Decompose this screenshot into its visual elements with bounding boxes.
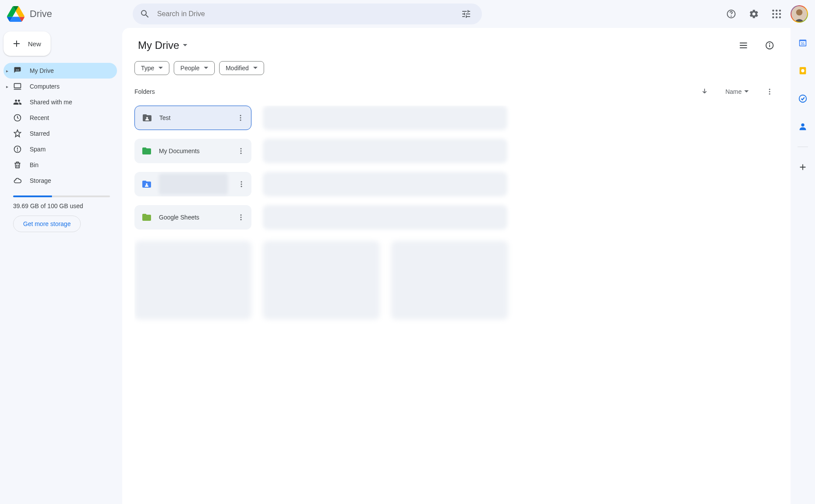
clock-icon: [13, 113, 22, 122]
rail-add-addon[interactable]: [795, 159, 811, 175]
folder-card[interactable]: Test: [134, 106, 251, 130]
search-bar[interactable]: [133, 3, 482, 24]
shared-icon: [13, 98, 22, 106]
folder-more-button[interactable]: [234, 210, 248, 224]
sidebar-item-spam[interactable]: Spam: [3, 141, 117, 157]
tasks-icon: [798, 94, 808, 103]
chevron-down-icon: [183, 44, 187, 48]
sidebar-label: My Drive: [30, 67, 54, 74]
svg-point-9: [776, 17, 777, 18]
svg-point-16: [770, 44, 770, 44]
star-icon: [13, 129, 22, 138]
svg-point-7: [779, 13, 781, 15]
more-options-button[interactable]: [761, 83, 778, 100]
filter-people[interactable]: People: [174, 61, 215, 75]
svg-point-27: [146, 183, 148, 185]
search-options-button[interactable]: [457, 5, 475, 23]
folder-icon: [141, 146, 152, 156]
svg-point-32: [241, 217, 242, 218]
chevron-down-icon: [204, 67, 208, 71]
help-icon: [726, 9, 736, 19]
storage-meter-fill: [13, 195, 52, 197]
drive-logo-link[interactable]: Drive: [7, 6, 129, 22]
svg-point-33: [241, 219, 242, 220]
more-vert-icon: [766, 88, 774, 96]
new-button[interactable]: New: [3, 31, 51, 56]
sidebar-item-recent[interactable]: Recent: [3, 110, 117, 126]
search-input[interactable]: [157, 10, 450, 18]
sidebar-label: Starred: [30, 130, 50, 137]
svg-point-6: [776, 13, 777, 15]
svg-point-28: [241, 181, 242, 182]
tune-icon: [461, 9, 471, 19]
svg-point-19: [769, 93, 770, 95]
svg-point-17: [769, 89, 770, 90]
sidebar-label: Computers: [30, 83, 59, 90]
sort-by-button[interactable]: Name: [726, 88, 749, 95]
new-button-label: New: [28, 40, 41, 48]
folder-card[interactable]: My Documents: [134, 139, 251, 163]
filter-modified[interactable]: Modified: [219, 61, 264, 75]
svg-point-22: [240, 117, 241, 119]
storage-meter: [13, 195, 110, 197]
section-folders-label: Folders: [134, 88, 155, 95]
folder-card[interactable]: Google Sheets: [134, 205, 251, 230]
folder-card-redacted: [263, 139, 507, 163]
sidebar-item-shared[interactable]: Shared with me: [3, 94, 117, 110]
apps-button[interactable]: [768, 5, 785, 23]
folder-more-button[interactable]: [235, 177, 248, 191]
filter-type[interactable]: Type: [134, 61, 169, 75]
apps-grid-icon: [772, 10, 781, 18]
svg-point-18: [769, 91, 770, 93]
svg-point-26: [241, 153, 242, 154]
svg-point-20: [146, 117, 148, 119]
cloud-icon: [13, 176, 22, 185]
sidebar-item-storage[interactable]: Storage: [3, 173, 117, 189]
my-drive-icon: [13, 66, 22, 75]
sidebar-label: Shared with me: [30, 99, 72, 106]
folder-name: My Documents: [159, 147, 227, 154]
rail-contacts[interactable]: [795, 119, 811, 134]
sidebar-item-starred[interactable]: Starred: [3, 126, 117, 141]
sort-direction-button[interactable]: [696, 83, 713, 100]
folder-more-button[interactable]: [234, 111, 248, 125]
svg-point-31: [241, 214, 242, 216]
rail-tasks[interactable]: [795, 91, 811, 106]
plus-icon: [11, 38, 22, 49]
chip-label: Modified: [226, 65, 249, 72]
folder-name: Google Sheets: [159, 214, 227, 221]
person-icon: [798, 122, 808, 131]
sidebar-item-computers[interactable]: Computers: [3, 79, 117, 94]
folder-card-redacted: [263, 106, 507, 130]
calendar-icon: 31: [798, 38, 808, 48]
chip-label: Type: [141, 65, 154, 72]
folder-name: Test: [159, 114, 227, 121]
svg-point-1: [731, 16, 732, 17]
sidebar-item-bin[interactable]: Bin: [3, 157, 117, 173]
chevron-down-icon: [253, 67, 258, 71]
sidebar-label: Recent: [30, 114, 49, 121]
svg-point-25: [241, 151, 242, 152]
svg-point-29: [241, 184, 242, 185]
settings-button[interactable]: [745, 5, 763, 23]
svg-point-3: [776, 10, 777, 11]
rail-calendar[interactable]: 31: [795, 35, 811, 51]
folder-card[interactable]: [134, 172, 251, 196]
svg-point-23: [240, 120, 241, 121]
get-more-storage-button[interactable]: Get more storage: [13, 216, 81, 232]
chevron-down-icon: [158, 67, 163, 71]
sort-label: Name: [726, 88, 742, 95]
svg-point-21: [240, 115, 241, 116]
sidebar-item-my-drive[interactable]: My Drive: [3, 63, 117, 79]
storage-used-text: 39.69 GB of 100 GB used: [13, 202, 110, 209]
folder-card-redacted: [263, 205, 507, 230]
help-button[interactable]: [722, 5, 740, 23]
breadcrumb-my-drive[interactable]: My Drive: [134, 38, 191, 53]
layout-toggle-button[interactable]: [735, 37, 752, 54]
rail-keep[interactable]: [795, 63, 811, 79]
svg-point-38: [801, 69, 804, 72]
details-button[interactable]: [761, 37, 778, 54]
folder-more-button[interactable]: [234, 144, 248, 158]
account-avatar[interactable]: [791, 5, 808, 23]
folder-name-redacted: [159, 174, 228, 195]
